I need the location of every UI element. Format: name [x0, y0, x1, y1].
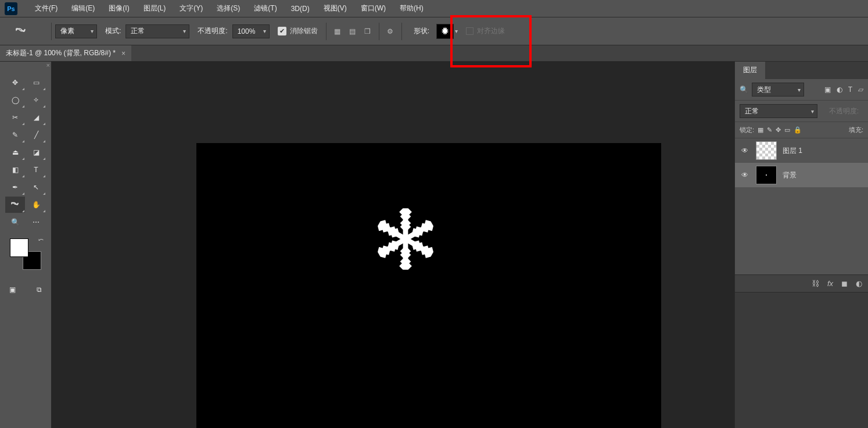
- panel-opacity-label: 不透明度:: [829, 106, 859, 116]
- close-icon[interactable]: ×: [121, 49, 125, 58]
- toolbox: × ✥ ▭ ◯ ✧ ✂ ◢ ✎ ╱ ⏏ ◪ ◧ T ✒ ↖ ✋ 🔍 ⋯ ⤺ ▣: [0, 62, 51, 428]
- screenmode-tool[interactable]: ⧉: [29, 281, 49, 298]
- align-edges-checkbox: [466, 27, 474, 35]
- foreground-color[interactable]: [10, 238, 28, 257]
- type-tool[interactable]: T: [26, 162, 46, 178]
- mode-dropdown[interactable]: 正常: [125, 24, 189, 38]
- swap-colors-icon[interactable]: ⤺: [38, 236, 44, 244]
- collapse-icon[interactable]: ×: [46, 62, 50, 69]
- healing-tool[interactable]: ✎: [5, 127, 25, 143]
- menu-type[interactable]: 文字(Y): [173, 3, 210, 13]
- mask-icon[interactable]: ◼: [841, 279, 848, 288]
- quickmask-tool[interactable]: ▣: [2, 281, 22, 298]
- menu-view[interactable]: 视图(V): [317, 3, 354, 13]
- fill-label: 填充:: [849, 126, 863, 134]
- layers-list: 👁 图层 1 👁 背景: [735, 138, 868, 274]
- unit-value: 像素: [60, 26, 74, 36]
- layer-name[interactable]: 图层 1: [783, 146, 802, 156]
- lock-all-icon[interactable]: 🔒: [794, 126, 802, 134]
- eyedropper-tool[interactable]: ◢: [26, 109, 46, 126]
- options-bar: 像素 模式: 正常 不透明度: 100% ✔ 消除锯齿 ▦ ▤ ❒ ⚙ 形状: …: [0, 17, 868, 45]
- tab-title: 未标题-1 @ 100% (背景, RGB/8#) *: [6, 48, 116, 58]
- filter-shape-icon[interactable]: ▱: [858, 85, 863, 94]
- empty-panel-area: [735, 292, 868, 429]
- color-swatches[interactable]: ⤺: [10, 238, 41, 270]
- align-edges-label: 对齐边缘: [477, 26, 505, 36]
- menubar: Ps 文件(F) 编辑(E) 图像(I) 图层(L) 文字(Y) 选择(S) 滤…: [0, 0, 868, 17]
- lock-artboard-icon[interactable]: ▭: [784, 126, 790, 134]
- pen-tool[interactable]: ✒: [5, 179, 25, 195]
- layers-panel-footer: ⛓ fx ◼ ◐: [735, 274, 868, 292]
- ps-logo-icon: Ps: [5, 2, 17, 15]
- fx-icon[interactable]: fx: [827, 279, 833, 288]
- menu-image[interactable]: 图像(I): [102, 3, 136, 13]
- panels: 图层 🔍 类型 ▣ ◐ T ▱ 正常 不透明度: 锁定: ▦ ✎ ✥ ▭ 🔒 填…: [734, 62, 868, 428]
- svg-point-5: [766, 174, 767, 176]
- shape-preview-dropdown[interactable]: [436, 24, 454, 39]
- shape-label: 形状:: [414, 26, 429, 36]
- layer-filter-dropdown[interactable]: 类型: [752, 83, 804, 97]
- canvas[interactable]: [196, 143, 661, 428]
- align-top-icon[interactable]: ▦: [330, 24, 345, 39]
- adjustment-icon[interactable]: ◐: [856, 279, 862, 288]
- antialias-checkbox[interactable]: ✔: [278, 27, 286, 35]
- filter-image-icon[interactable]: ▣: [824, 85, 831, 94]
- more-tools[interactable]: ⋯: [26, 214, 46, 230]
- menu-select[interactable]: 选择(S): [210, 3, 247, 13]
- stack-icon[interactable]: ❒: [360, 24, 375, 39]
- custom-shape-tool[interactable]: [5, 197, 25, 213]
- magic-wand-tool[interactable]: ✧: [26, 92, 46, 108]
- path-select-tool[interactable]: ↖: [26, 179, 46, 195]
- menu-window[interactable]: 窗口(W): [354, 3, 393, 13]
- visibility-icon[interactable]: 👁: [740, 171, 750, 179]
- layer-name[interactable]: 背景: [783, 170, 797, 180]
- zoom-tool[interactable]: 🔍: [5, 214, 25, 230]
- marquee-tool[interactable]: ▭: [26, 74, 46, 91]
- mode-value: 正常: [131, 26, 145, 36]
- menu-filter[interactable]: 滤镜(T): [247, 3, 284, 13]
- menu-help[interactable]: 帮助(H): [393, 3, 431, 13]
- panel-tabs: 图层: [735, 62, 868, 79]
- blend-mode-dropdown[interactable]: 正常: [740, 104, 817, 118]
- move-tool[interactable]: ✥: [5, 74, 25, 91]
- menu-3d[interactable]: 3D(D): [284, 5, 317, 13]
- current-tool-icon[interactable]: [12, 22, 30, 41]
- menu-file[interactable]: 文件(F): [28, 3, 64, 13]
- layers-tab[interactable]: 图层: [735, 62, 765, 79]
- menu-edit[interactable]: 编辑(E): [64, 3, 102, 13]
- canvas-area[interactable]: [51, 62, 734, 428]
- snowflake-shape: [374, 207, 437, 271]
- align-mid-icon[interactable]: ▤: [345, 24, 360, 39]
- opacity-value: 100%: [238, 27, 256, 35]
- antialias-label: 消除锯齿: [290, 26, 318, 36]
- lock-position-icon[interactable]: ✥: [776, 126, 781, 134]
- layer-item[interactable]: 👁 图层 1: [735, 138, 868, 163]
- crop-tool[interactable]: ✂: [5, 109, 25, 126]
- layer-item[interactable]: 👁 背景: [735, 163, 868, 187]
- document-tabbar: 未标题-1 @ 100% (背景, RGB/8#) * ×: [0, 45, 868, 62]
- menu-layer[interactable]: 图层(L): [137, 3, 173, 13]
- opacity-dropdown[interactable]: 100%: [232, 24, 270, 38]
- hand-tool[interactable]: ✋: [26, 197, 46, 213]
- visibility-icon[interactable]: 👁: [740, 147, 750, 155]
- blend-mode-value: 正常: [745, 106, 759, 116]
- gear-icon[interactable]: ⚙: [383, 24, 398, 39]
- layer-thumbnail[interactable]: [756, 141, 777, 160]
- lock-pixels-icon[interactable]: ▦: [758, 126, 763, 134]
- brush-tool[interactable]: ╱: [26, 127, 46, 143]
- lock-brush-icon[interactable]: ✎: [767, 126, 772, 134]
- document-tab[interactable]: 未标题-1 @ 100% (背景, RGB/8#) * ×: [0, 45, 131, 61]
- link-layers-icon[interactable]: ⛓: [812, 279, 819, 288]
- filter-type-icon[interactable]: T: [848, 85, 852, 94]
- chevron-down-icon[interactable]: ▾: [455, 28, 458, 34]
- layer-thumbnail[interactable]: [756, 166, 777, 184]
- lock-label: 锁定:: [740, 126, 754, 134]
- lasso-tool[interactable]: ◯: [5, 92, 25, 108]
- unit-dropdown[interactable]: 像素: [55, 24, 97, 38]
- filter-label: 类型: [757, 85, 771, 95]
- eraser-tool[interactable]: ◪: [26, 144, 46, 160]
- mode-label: 模式:: [105, 26, 121, 36]
- stamp-tool[interactable]: ⏏: [5, 144, 25, 160]
- gradient-tool[interactable]: ◧: [5, 162, 25, 178]
- filter-adjust-icon[interactable]: ◐: [837, 85, 842, 94]
